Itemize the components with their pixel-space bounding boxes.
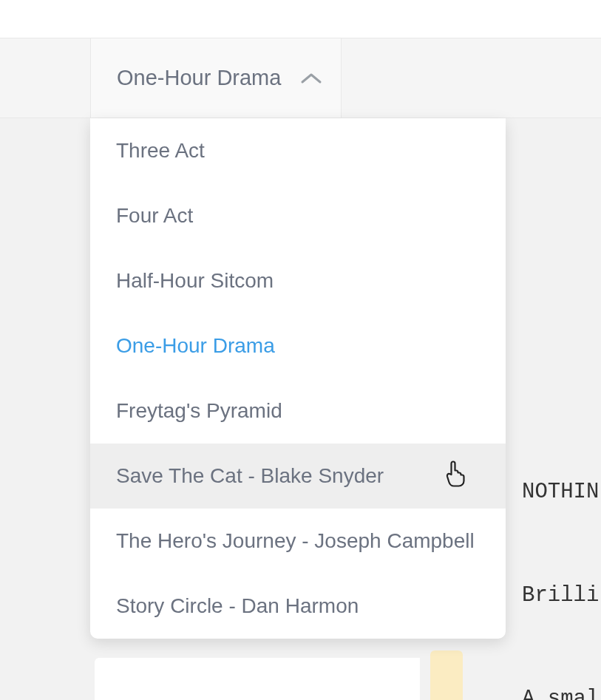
dropdown-item-freytags-pyramid[interactable]: Freytag's Pyramid xyxy=(90,378,506,444)
dropdown-item-label: Freytag's Pyramid xyxy=(116,399,282,422)
red-marker: - xyxy=(95,658,257,700)
dropdown-item-label: Story Circle - Dan Harmon xyxy=(116,594,359,617)
header-section: One-Hour Drama xyxy=(0,38,601,118)
chevron-up-icon xyxy=(300,72,322,85)
script-preview: NOTHIN Brilli A smal The ne its an A fai… xyxy=(522,418,599,700)
structure-dropdown-menu: Three Act Four Act Half-Hour Sitcom One-… xyxy=(90,118,506,639)
top-bar xyxy=(0,0,601,38)
teaser-tag[interactable]: Tea xyxy=(430,650,463,700)
script-line: NOTHIN xyxy=(522,478,599,508)
dropdown-current-label: One-Hour Drama xyxy=(117,66,281,90)
dropdown-item-label: The Hero's Journey - Joseph Campbell xyxy=(116,529,475,552)
dropdown-item-one-hour-drama[interactable]: One-Hour Drama xyxy=(90,313,506,378)
script-line: Brilli xyxy=(522,581,599,611)
dropdown-item-three-act[interactable]: Three Act xyxy=(90,118,506,183)
dropdown-item-half-hour-sitcom[interactable]: Half-Hour Sitcom xyxy=(90,248,506,313)
structure-dropdown-button[interactable]: One-Hour Drama xyxy=(90,38,342,118)
pointer-cursor-icon xyxy=(444,460,469,493)
dropdown-item-story-circle[interactable]: Story Circle - Dan Harmon xyxy=(90,574,506,639)
dropdown-item-label: Save The Cat - Blake Snyder xyxy=(116,464,384,487)
dropdown-item-label: Four Act xyxy=(116,204,193,227)
dropdown-item-four-act[interactable]: Four Act xyxy=(90,183,506,248)
dropdown-item-heros-journey[interactable]: The Hero's Journey - Joseph Campbell xyxy=(90,509,506,574)
dropdown-item-label: Three Act xyxy=(116,139,205,162)
dropdown-item-label: One-Hour Drama xyxy=(116,334,275,357)
bottom-panel: - - xyxy=(95,658,420,700)
dropdown-item-label: Half-Hour Sitcom xyxy=(116,269,274,292)
green-marker: - xyxy=(257,658,420,700)
dropdown-item-save-the-cat[interactable]: Save The Cat - Blake Snyder xyxy=(90,444,506,509)
script-line: A smal xyxy=(522,684,599,700)
